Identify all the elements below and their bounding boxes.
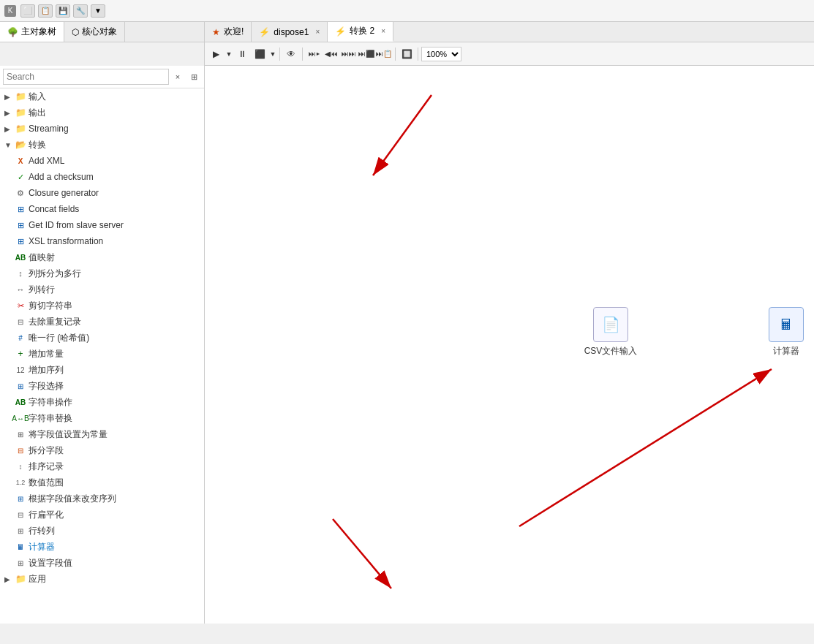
folder-apply-icon: 📁 (15, 574, 26, 584)
toolbar: ▶ ▼ ⏸ ⬛ ▼ 👁 ⏭▶ ◀⏮ ⏭⏭ ⏭⬛ ⏭📋 🔲 50% 75% 100… (205, 42, 814, 66)
tree-item-str-ops-label: 字符串操作 (29, 396, 72, 409)
add-seq-icon: 12 (15, 365, 26, 375)
zoom-select[interactable]: 50% 75% 100% 125% 150% (421, 47, 461, 61)
canvas-node-csv-input[interactable]: 📄 CSV文件输入 (581, 307, 640, 357)
tree-item-get-id[interactable]: ⊞ Get ID from slave server (0, 217, 204, 233)
tree-item-add-xml-label: Add XML (29, 156, 64, 166)
step-fwd2-btn[interactable]: ⏭⏭ (341, 46, 357, 62)
svg-line-3 (333, 519, 391, 588)
tree-item-output[interactable]: ▶ 📁 输出 (0, 105, 204, 121)
tree-item-input-label: 输入 (29, 91, 46, 103)
tree-item-transform-label: 转换 (29, 139, 46, 151)
step-log-btn[interactable]: ⏭📋 (376, 46, 392, 62)
tab-transform2-label: 转换 2 (350, 25, 374, 37)
tree-item-field-select[interactable]: ⊞ 字段选择 (0, 378, 204, 394)
tree-item-add-checksum[interactable]: ✓ Add a checksum (0, 169, 204, 185)
calculator-icon: 🖩 (15, 542, 26, 552)
stop-dropdown-btn[interactable]: ▼ (269, 46, 276, 62)
tab-dispose1[interactable]: ⚡ dispose1 × (252, 22, 328, 42)
svg-line-5 (519, 369, 772, 526)
settings-btn[interactable]: 🔧 (73, 4, 88, 18)
tree-item-dedup[interactable]: ⊟ 去除重复记录 (0, 314, 204, 330)
flatten-icon: ⊟ (15, 509, 26, 520)
panel-tab-main-tree[interactable]: 🌳 主对象树 (0, 22, 64, 42)
tree-item-value-map[interactable]: AB 值映射 (0, 249, 204, 265)
tree-item-transform[interactable]: ▼ 📂 转换 (0, 137, 204, 153)
unique-hash-icon: # (15, 333, 26, 343)
save-btn[interactable]: 💾 (56, 4, 70, 18)
tree-item-flatten[interactable]: ⊟ 行扁平化 (0, 507, 204, 523)
xsl-icon: ⊞ (15, 236, 26, 246)
search-clear-btn[interactable]: × (170, 69, 185, 85)
tree-item-row-split[interactable]: ↕ 列拆分为多行 (0, 265, 204, 281)
dedup-icon: ⊟ (15, 317, 26, 327)
pause-btn[interactable]: ⏸ (234, 46, 250, 62)
step-forward-btn[interactable]: ⏭▶ (306, 46, 322, 62)
sep3 (395, 48, 396, 61)
tree-item-denorm[interactable]: ⊞ 根据字段值来改变序列 (0, 490, 204, 507)
grid-btn[interactable]: 🔲 (399, 46, 415, 62)
tab-welcome[interactable]: ★ 欢迎! (205, 22, 252, 42)
tab-transform2-close[interactable]: × (381, 27, 385, 35)
tree-item-streaming[interactable]: ▶ 📁 Streaming (0, 121, 204, 137)
csv-input-label: CSV文件输入 (584, 345, 638, 357)
canvas-node-calculator[interactable]: 🖩 计算器 (757, 307, 814, 357)
tree-item-sort-rec[interactable]: ↕ 排序记录 (0, 458, 204, 474)
run-dropdown-btn[interactable]: ▼ (225, 46, 233, 62)
open-btn[interactable]: 📋 (38, 4, 53, 18)
tree-item-str-replace[interactable]: A↔B 字符串替换 (0, 410, 204, 426)
tree-item-add-const[interactable]: + 增加常量 (0, 346, 204, 362)
new-file-btn[interactable]: ⬜ (20, 4, 35, 18)
tree-item-xsl[interactable]: ⊞ XSL transformation (0, 233, 204, 249)
tree-item-unique-hash[interactable]: # 唯一行 (哈希值) (0, 330, 204, 346)
canvas-area[interactable]: 📄 CSV文件输入 🖩 计算器 (205, 66, 814, 624)
concat-fields-icon: ⊞ (15, 204, 26, 214)
calculator-node-label: 计算器 (773, 345, 799, 357)
folder-output-icon: 📁 (15, 107, 26, 118)
folder-transform-icon: 📂 (15, 140, 26, 150)
tree-item-add-const-label: 增加常量 (29, 348, 64, 360)
sep1 (279, 48, 280, 61)
panel-tab-core-obj[interactable]: ⬡ 核心对象 (64, 22, 125, 42)
row-trans-icon: ↔ (15, 284, 26, 295)
search-input[interactable] (3, 69, 169, 85)
tree-item-calculator[interactable]: 🖩 计算器 (0, 539, 204, 555)
step-back-btn[interactable]: ◀⏮ (323, 46, 339, 62)
tree-item-flatten-label: 行扁平化 (29, 509, 64, 521)
tree-item-input[interactable]: ▶ 📁 输入 (0, 88, 204, 105)
svg-line-2 (373, 95, 432, 175)
tree-container[interactable]: ▶ 📁 输入 ▶ 📁 输出 ▶ 📁 Streaming ▼ 📂 转换 (0, 88, 204, 624)
tree-item-field-select-label: 字段选择 (29, 380, 64, 393)
tree-item-add-seq[interactable]: 12 增加序列 (0, 362, 204, 378)
stop-btn[interactable]: ⬛ (252, 46, 268, 62)
left-panel: × ⊞ ▶ 📁 输入 ▶ 📁 输出 ▶ 📁 Streaming (0, 66, 205, 624)
tree-item-split-field[interactable]: ⊟ 拆分字段 (0, 442, 204, 458)
step-stop-btn[interactable]: ⏭⬛ (358, 46, 374, 62)
tree-item-pivot[interactable]: ⊞ 行转列 (0, 523, 204, 539)
tree-item-split-field-label: 拆分字段 (29, 444, 64, 457)
run-btn[interactable]: ▶ (208, 46, 224, 62)
tree-item-set-field[interactable]: ⊞ 设置字段值 (0, 555, 204, 571)
tree-item-apply[interactable]: ▶ 📁 应用 (0, 571, 204, 587)
folder-streaming-icon: 📁 (15, 124, 26, 134)
tree-item-clip-str[interactable]: ✂ 剪切字符串 (0, 298, 204, 314)
annotation-arrow-1 (205, 66, 814, 624)
add-xml-icon: X (15, 156, 26, 166)
tab-dispose1-close[interactable]: × (315, 28, 320, 36)
preview-btn[interactable]: 👁 (283, 46, 299, 62)
toggle-output: ▶ (4, 109, 13, 117)
tree-item-add-xml[interactable]: X Add XML (0, 153, 204, 169)
field-select-icon: ⊞ (15, 381, 26, 391)
tab-welcome-label: 欢迎! (224, 26, 244, 38)
main-layout: × ⊞ ▶ 📁 输入 ▶ 📁 输出 ▶ 📁 Streaming (0, 66, 814, 624)
tree-item-str-ops[interactable]: AB 字符串操作 (0, 394, 204, 410)
search-layout-btn[interactable]: ⊞ (186, 69, 201, 85)
tree-item-calculator-label: 计算器 (29, 541, 55, 553)
tree-item-num-range[interactable]: 1.2 数值范围 (0, 474, 204, 490)
tree-item-closure-gen[interactable]: ⚙ Closure generator (0, 185, 204, 201)
tree-item-set-const[interactable]: ⊞ 将字段值设置为常量 (0, 426, 204, 442)
tree-item-concat-fields[interactable]: ⊞ Concat fields (0, 201, 204, 217)
tab-transform2[interactable]: ⚡ 转换 2 × (328, 22, 393, 42)
layers-btn[interactable]: ▼ (91, 4, 105, 18)
tree-item-row-trans[interactable]: ↔ 列转行 (0, 281, 204, 298)
